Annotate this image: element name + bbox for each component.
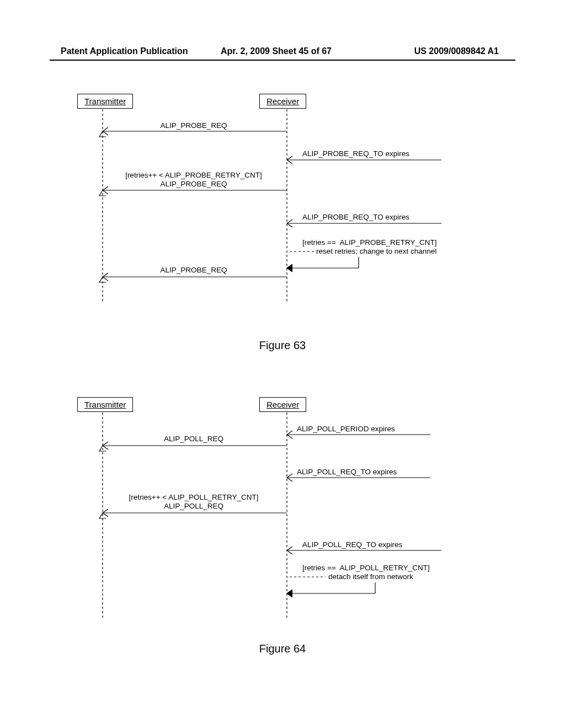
header-center: Apr. 2, 2009 Sheet 45 of 67 <box>221 46 332 56</box>
figure-63-caption: Figure 63 <box>0 339 565 352</box>
header-right: US 2009/0089842 A1 <box>414 46 499 56</box>
header-rule <box>50 60 515 61</box>
figure-64: Transmitter Receiver ALIP_POLL_PERIOD ex… <box>0 397 565 634</box>
figure-63: Transmitter Receiver ALIP_PROBE_REQ ALIP… <box>0 94 565 331</box>
header-left: Patent Application Publication <box>61 46 188 56</box>
figure-64-caption: Figure 64 <box>0 643 565 655</box>
